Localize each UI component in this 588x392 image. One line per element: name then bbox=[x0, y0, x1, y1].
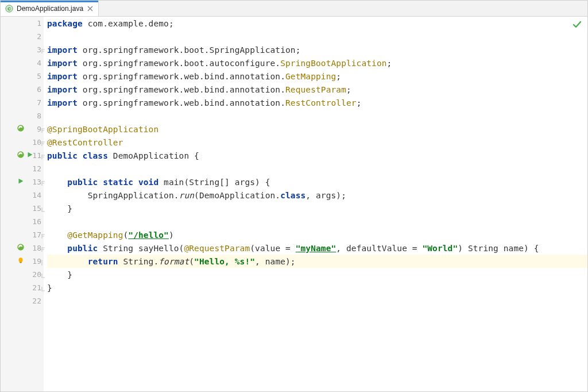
code-line[interactable]: } bbox=[47, 202, 587, 215]
code-line[interactable]: @GetMapping("/hello") bbox=[47, 228, 587, 241]
code-token: ; bbox=[346, 85, 351, 94]
code-line[interactable]: import org.springframework.boot.autoconf… bbox=[47, 56, 587, 70]
gutter-line[interactable]: 20 bbox=[1, 268, 44, 281]
gutter-line[interactable]: 7 bbox=[1, 96, 44, 109]
code-token: @RestController bbox=[47, 138, 123, 147]
code-line[interactable] bbox=[47, 30, 587, 43]
code-token: , name); bbox=[255, 257, 296, 266]
code-line[interactable]: package com.example.demo; bbox=[47, 17, 587, 30]
gutter-line[interactable]: 2 bbox=[1, 30, 44, 43]
tab-close-button[interactable] bbox=[87, 5, 94, 12]
code-token: ) String name) { bbox=[458, 244, 539, 253]
spring-bean-icon[interactable] bbox=[17, 243, 25, 253]
code-line[interactable] bbox=[47, 294, 587, 308]
code-token: String. bbox=[123, 257, 158, 266]
code-token: @RequestParam bbox=[184, 244, 250, 253]
code-token: public bbox=[67, 244, 103, 253]
code-token: import bbox=[47, 45, 83, 55]
gutter-line[interactable]: 1 bbox=[1, 17, 44, 30]
gutter-line[interactable]: 15 bbox=[1, 202, 44, 215]
gutter-line[interactable]: 3 bbox=[1, 43, 44, 56]
gutter-line[interactable]: 9 bbox=[1, 122, 44, 136]
code-token: @SpringBootApplication bbox=[47, 125, 158, 134]
code-token: format bbox=[158, 257, 189, 266]
code-line[interactable] bbox=[47, 162, 587, 175]
code-token: SpringBootApplication bbox=[280, 59, 386, 68]
gutter-line[interactable]: 4 bbox=[1, 56, 44, 70]
gutter-line[interactable]: 13 bbox=[1, 175, 44, 189]
code-line[interactable]: @RestController bbox=[47, 136, 587, 149]
code-line[interactable]: import org.springframework.web.bind.anno… bbox=[47, 83, 587, 96]
code-token: "myName" bbox=[296, 244, 336, 253]
code-line[interactable]: import org.springframework.web.bind.anno… bbox=[47, 70, 587, 83]
spring-bean-icon[interactable] bbox=[17, 151, 25, 160]
code-token: ( bbox=[189, 257, 194, 266]
gutter: 12345678910111213141516171819202122 bbox=[1, 17, 44, 391]
svg-rect-10 bbox=[20, 262, 22, 263]
code-token: main bbox=[164, 178, 184, 187]
gutter-line[interactable]: 22 bbox=[1, 294, 44, 308]
code-token: package bbox=[47, 19, 88, 28]
code-token bbox=[47, 244, 67, 253]
code-area[interactable]: package com.example.demo;import org.spri… bbox=[44, 17, 587, 391]
code-token: } bbox=[47, 204, 72, 213]
code-line[interactable]: import org.springframework.web.bind.anno… bbox=[47, 96, 587, 109]
code-line[interactable]: public String sayHello(@RequestParam(val… bbox=[47, 241, 587, 255]
gutter-line[interactable]: 16 bbox=[1, 215, 44, 228]
code-token: RequestParam bbox=[285, 85, 346, 94]
code-token: public static void bbox=[67, 178, 164, 187]
gutter-line[interactable]: 18 bbox=[1, 241, 44, 255]
svg-text:C: C bbox=[7, 6, 11, 11]
gutter-line[interactable]: 19 bbox=[1, 255, 44, 268]
code-line[interactable] bbox=[47, 109, 587, 122]
spring-bean-icon[interactable] bbox=[17, 124, 25, 134]
code-token: import bbox=[47, 98, 83, 107]
gutter-line[interactable]: 8 bbox=[1, 109, 44, 122]
code-line[interactable]: @SpringBootApplication bbox=[47, 122, 587, 136]
run-triangle-icon[interactable] bbox=[17, 177, 25, 187]
code-token: import bbox=[47, 85, 83, 94]
code-line[interactable]: public class DemoApplication { bbox=[47, 149, 587, 162]
code-token: org.springframework.web.bind.annotation. bbox=[83, 98, 285, 107]
code-editor[interactable]: 12345678910111213141516171819202122 pack… bbox=[1, 17, 587, 391]
code-token bbox=[47, 178, 67, 187]
code-line[interactable]: import org.springframework.boot.SpringAp… bbox=[47, 43, 587, 56]
code-token: ( bbox=[123, 230, 128, 240]
gutter-line[interactable]: 6 bbox=[1, 83, 44, 96]
gutter-line[interactable]: 5 bbox=[1, 70, 44, 83]
code-token: (String[] args) { bbox=[184, 178, 270, 187]
code-line[interactable]: } bbox=[47, 281, 587, 294]
code-token: org.springframework.boot.SpringApplicati… bbox=[83, 45, 301, 55]
tab-label: DemoApplication.java bbox=[17, 5, 83, 13]
gutter-line[interactable]: 21 bbox=[1, 281, 44, 294]
gutter-line[interactable]: 10 bbox=[1, 136, 44, 149]
gutter-line[interactable]: 14 bbox=[1, 189, 44, 202]
code-token: (value = bbox=[250, 244, 295, 253]
code-token: DemoApplication { bbox=[113, 151, 199, 160]
code-token: } bbox=[47, 283, 52, 293]
code-token: , defaultValue = bbox=[336, 244, 422, 253]
code-line[interactable] bbox=[47, 215, 587, 228]
svg-point-9 bbox=[19, 258, 23, 262]
run-triangle-icon[interactable] bbox=[26, 151, 34, 160]
code-token: class bbox=[280, 191, 305, 200]
code-token: run bbox=[179, 191, 195, 200]
code-token: org.springframework.web.bind.annotation. bbox=[83, 85, 285, 94]
code-token: "World" bbox=[422, 244, 458, 253]
gutter-line[interactable]: 12 bbox=[1, 162, 44, 175]
code-token: org.springframework.boot.autoconfigure. bbox=[83, 59, 280, 68]
code-token: public class bbox=[47, 151, 113, 160]
editor-window: C DemoApplication.java 12345678910111213… bbox=[0, 0, 588, 392]
code-line[interactable]: } bbox=[47, 268, 587, 281]
gutter-line[interactable]: 11 bbox=[1, 149, 44, 162]
code-line[interactable]: return String.format("Hello, %s!", name)… bbox=[47, 255, 587, 268]
code-token: ; bbox=[357, 98, 362, 107]
code-line[interactable]: SpringApplication.run(DemoApplication.cl… bbox=[47, 189, 587, 202]
code-token: import bbox=[47, 59, 83, 68]
code-line[interactable]: public static void main(String[] args) { bbox=[47, 175, 587, 189]
code-token: GetMapping bbox=[285, 72, 336, 81]
tab-demoapplication[interactable]: C DemoApplication.java bbox=[1, 1, 99, 16]
code-token: ; bbox=[387, 59, 392, 68]
gutter-line[interactable]: 17 bbox=[1, 228, 44, 241]
intention-bulb-icon[interactable] bbox=[17, 256, 25, 266]
